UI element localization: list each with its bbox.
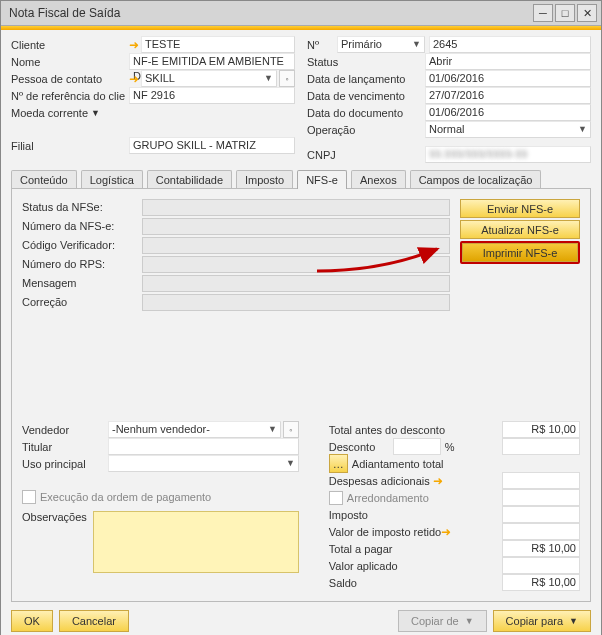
tab-conteudo[interactable]: Conteúdo: [11, 170, 77, 189]
valor-aplicado-value: [502, 557, 580, 574]
documento-label: Data do documento: [307, 107, 425, 119]
nfse-codver-field: [142, 237, 450, 254]
chevron-down-icon: ▼: [264, 71, 273, 86]
copiar-de-button[interactable]: Copiar de▼: [398, 610, 487, 632]
imposto-retido-label: Valor de imposto retido➜: [329, 526, 469, 538]
desconto-value: [502, 438, 580, 455]
valor-aplicado-label: Valor aplicado: [329, 560, 469, 572]
nome-field[interactable]: NF-E EMITIDA EM AMBIENTE D: [129, 53, 295, 70]
chevron-down-icon: ▼: [412, 37, 421, 52]
copiar-para-button[interactable]: Copiar para▼: [493, 610, 591, 632]
moeda-combo[interactable]: Moeda corrente ▼: [11, 107, 129, 119]
arredondamento-checkbox[interactable]: [329, 491, 343, 505]
tab-contabilidade[interactable]: Contabilidade: [147, 170, 232, 189]
operacao-combo[interactable]: Normal▼: [425, 121, 591, 138]
titular-label: Titular: [22, 441, 108, 453]
close-icon[interactable]: ✕: [577, 4, 597, 22]
tab-nfse[interactable]: NFS-e: [297, 170, 347, 189]
nfse-status-field: [142, 199, 450, 216]
minimize-icon[interactable]: ─: [533, 4, 553, 22]
numero-tipo-combo[interactable]: Primário▼: [337, 36, 425, 53]
ok-button[interactable]: OK: [11, 610, 53, 632]
cancelar-button[interactable]: Cancelar: [59, 610, 129, 632]
observacoes-textarea[interactable]: [93, 511, 299, 573]
imposto-label: Imposto: [329, 509, 469, 521]
window-titlebar: Nota Fiscal de Saída ─ □ ✕: [1, 1, 601, 26]
chevron-down-icon: ▼: [91, 108, 100, 118]
tab-imposto[interactable]: Imposto: [236, 170, 293, 189]
link-arrow-icon[interactable]: ➜: [433, 475, 443, 487]
ref-field[interactable]: NF 2916: [129, 87, 295, 104]
chevron-down-icon: ▼: [465, 616, 474, 626]
status-field: Abrir: [425, 53, 591, 70]
link-arrow-icon[interactable]: ➜: [129, 39, 139, 51]
pessoa-label: Pessoa de contato: [11, 73, 129, 85]
nfse-numero-field: [142, 218, 450, 235]
details-icon[interactable]: ◦: [279, 70, 295, 87]
documento-field[interactable]: 01/06/2016: [425, 104, 591, 121]
nfse-mensagem-label: Mensagem: [22, 275, 132, 292]
filial-label: Filial: [11, 140, 129, 152]
total-antes-value: R$ 10,00: [502, 421, 580, 438]
tab-anexos[interactable]: Anexos: [351, 170, 406, 189]
saldo-label: Saldo: [329, 577, 469, 589]
cnpj-label: CNPJ: [307, 149, 425, 161]
numero-field[interactable]: 2645: [429, 36, 591, 53]
saldo-value: R$ 10,00: [502, 574, 580, 591]
window-title: Nota Fiscal de Saída: [5, 6, 531, 20]
nfse-rps-field: [142, 256, 450, 273]
tab-campos-localizacao[interactable]: Campos de localização: [410, 170, 542, 189]
adiantamento-button[interactable]: …: [329, 454, 348, 473]
imposto-value: [502, 506, 580, 523]
nome-label: Nome: [11, 56, 129, 68]
percent-label: %: [445, 441, 455, 453]
uso-principal-combo[interactable]: ▼: [108, 455, 299, 472]
observacoes-label: Observações: [22, 511, 87, 523]
cliente-field[interactable]: TESTE: [141, 36, 295, 53]
nfse-numero-label: Número da NFS-e:: [22, 218, 132, 235]
operacao-label: Operação: [307, 124, 425, 136]
lancamento-field[interactable]: 01/06/2016: [425, 70, 591, 87]
nfse-correcao-label: Correção: [22, 294, 132, 311]
titular-field[interactable]: [108, 438, 299, 455]
link-arrow-icon[interactable]: ➜: [129, 73, 139, 85]
vendedor-combo[interactable]: -Nenhum vendedor-▼: [108, 421, 281, 438]
nfse-rps-label: Número do RPS:: [22, 256, 132, 273]
cnpj-field: 99.999/999/9999-99: [425, 146, 591, 163]
tab-logistica[interactable]: Logística: [81, 170, 143, 189]
enviar-nfse-button[interactable]: Enviar NFS-e: [460, 199, 580, 218]
chevron-down-icon: ▼: [268, 422, 277, 437]
total-pagar-label: Total a pagar: [329, 543, 469, 555]
pessoa-combo[interactable]: SKILL▼: [141, 70, 277, 87]
atualizar-nfse-button[interactable]: Atualizar NFS-e: [460, 220, 580, 239]
imprimir-nfse-button[interactable]: Imprimir NFS-e: [462, 243, 578, 262]
nfse-correcao-field: [142, 294, 450, 311]
total-pagar-value: R$ 10,00: [502, 540, 580, 557]
arredondamento-value: [502, 489, 580, 506]
execucao-ordem-checkbox[interactable]: [22, 490, 36, 504]
desconto-label: Desconto: [329, 441, 389, 453]
link-arrow-icon[interactable]: ➜: [441, 526, 451, 538]
desconto-pct-field[interactable]: [393, 438, 441, 455]
uso-principal-label: Uso principal: [22, 458, 108, 470]
chevron-down-icon: ▼: [286, 456, 295, 471]
vendedor-label: Vendedor: [22, 424, 108, 436]
imposto-retido-value: [502, 523, 580, 540]
adiantamento-value: [504, 456, 580, 471]
status-label: Status: [307, 56, 425, 68]
tab-body-nfse: Status da NFSe: Número da NFS-e: Código …: [11, 188, 591, 602]
filial-field[interactable]: GRUPO SKILL - MATRIZ: [129, 137, 295, 154]
total-antes-label: Total antes do desconto: [329, 424, 469, 436]
ref-label: Nº de referência do clie: [11, 90, 129, 102]
nfse-codver-label: Código Verificador:: [22, 237, 132, 254]
highlight-annotation: Imprimir NFS-e: [460, 241, 580, 264]
nfse-mensagem-field: [142, 275, 450, 292]
vencimento-label: Data de vencimento: [307, 90, 425, 102]
details-icon[interactable]: ◦: [283, 421, 299, 438]
lancamento-label: Data de lançamento: [307, 73, 425, 85]
vencimento-field[interactable]: 27/07/2016: [425, 87, 591, 104]
adiantamento-label: Adiantamento total: [352, 458, 492, 470]
maximize-icon[interactable]: □: [555, 4, 575, 22]
despesas-label: Despesas adicionais ➜: [329, 475, 469, 487]
tab-strip: Conteúdo Logística Contabilidade Imposto…: [11, 169, 591, 188]
